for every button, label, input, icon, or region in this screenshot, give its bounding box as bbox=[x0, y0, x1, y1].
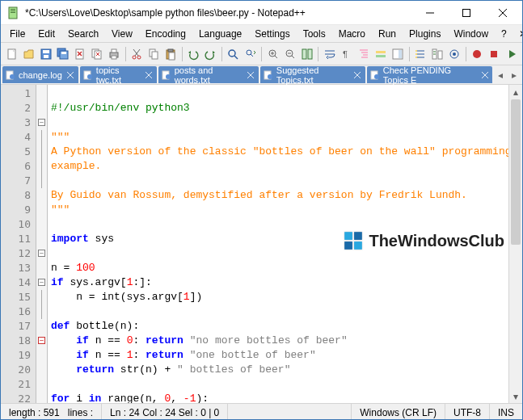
tab-close-icon[interactable] bbox=[145, 70, 154, 80]
status-ovr[interactable]: INS bbox=[490, 404, 522, 420]
line-number: 7 bbox=[2, 174, 31, 188]
toolbar-separator bbox=[318, 47, 318, 61]
fold-toggle[interactable]: − bbox=[38, 279, 45, 286]
minimize-button[interactable] bbox=[411, 1, 448, 24]
fold-toggle[interactable]: − bbox=[38, 337, 45, 344]
statusbar: length : 591 lines : Ln : 24 Col : 24 Se… bbox=[1, 403, 522, 420]
editor: 1 2 3 4 5 6 7 8 9 10 11 12 13 14 15 16 1… bbox=[1, 85, 522, 403]
fold-toggle[interactable]: − bbox=[38, 119, 45, 126]
cut-button[interactable] bbox=[129, 45, 145, 63]
line-number: 11 bbox=[2, 232, 31, 246]
svg-rect-32 bbox=[168, 49, 173, 52]
tab-suggested-topics[interactable]: Suggested Topics.txt bbox=[260, 66, 365, 83]
line-number: 19 bbox=[2, 348, 31, 363]
close-file-button[interactable] bbox=[72, 45, 87, 63]
scrollbar-thumb[interactable] bbox=[511, 99, 521, 245]
sync-scroll-button[interactable] bbox=[299, 45, 314, 63]
maximize-button[interactable] bbox=[448, 1, 484, 24]
toolbar-separator bbox=[409, 47, 410, 61]
tab-label: Suggested Topics.txt bbox=[276, 65, 350, 85]
menu-help[interactable]: ? bbox=[496, 27, 512, 41]
menu-edit[interactable]: Edit bbox=[32, 27, 61, 41]
menu-window[interactable]: Window bbox=[448, 27, 494, 41]
svg-rect-23 bbox=[112, 49, 116, 52]
svg-point-69 bbox=[453, 52, 456, 56]
tab-check-pending[interactable]: Check PENDING Topics E bbox=[367, 66, 492, 83]
menu-close-x[interactable]: ✕ bbox=[514, 27, 523, 41]
menu-language[interactable]: Language bbox=[193, 27, 247, 41]
open-file-button[interactable] bbox=[21, 45, 36, 63]
toolbar-separator bbox=[125, 47, 126, 61]
tab-posts-words[interactable]: posts and words.txt bbox=[158, 66, 259, 83]
indent-guide-button[interactable] bbox=[356, 45, 371, 63]
file-icon bbox=[83, 70, 93, 80]
line-number: 22 bbox=[2, 392, 31, 406]
zoom-in-button[interactable] bbox=[265, 45, 280, 63]
line-number: 5 bbox=[2, 145, 31, 159]
svg-rect-45 bbox=[302, 49, 306, 59]
find-button[interactable] bbox=[226, 45, 241, 63]
svg-point-73 bbox=[10, 74, 15, 79]
folder-workspace-button[interactable] bbox=[430, 45, 445, 63]
svg-text:¶: ¶ bbox=[343, 49, 348, 59]
new-file-button[interactable] bbox=[4, 45, 19, 63]
line-number: 1 bbox=[2, 86, 31, 101]
stop-macro-button[interactable] bbox=[487, 45, 502, 63]
tab-close-icon[interactable] bbox=[65, 70, 75, 80]
tab-scroll-left[interactable]: ◂ bbox=[494, 69, 507, 82]
record-macro-button[interactable] bbox=[470, 45, 485, 63]
svg-point-70 bbox=[473, 50, 481, 58]
toolbar-separator bbox=[182, 47, 183, 61]
copy-button[interactable] bbox=[146, 45, 162, 63]
paste-button[interactable] bbox=[163, 45, 179, 63]
zoom-out-button[interactable] bbox=[282, 45, 297, 63]
menu-run[interactable]: Run bbox=[373, 27, 402, 41]
menu-plugins[interactable]: Plugins bbox=[403, 27, 446, 41]
undo-button[interactable] bbox=[186, 45, 201, 63]
tab-close-icon[interactable] bbox=[247, 70, 255, 80]
vertical-scrollbar[interactable]: ▴ ▾ bbox=[508, 85, 522, 403]
svg-rect-2 bbox=[11, 10, 15, 11]
print-button[interactable] bbox=[107, 45, 122, 63]
tab-topics-twc[interactable]: topics twc.txt bbox=[80, 66, 157, 83]
udl-button[interactable] bbox=[373, 45, 388, 63]
doc-map-button[interactable] bbox=[390, 45, 406, 63]
tab-close-icon[interactable] bbox=[353, 70, 362, 80]
save-all-button[interactable] bbox=[55, 45, 70, 63]
menu-settings[interactable]: Settings bbox=[249, 27, 295, 41]
line-number: 6 bbox=[2, 159, 31, 174]
tab-scroll-right[interactable]: ▸ bbox=[508, 69, 521, 82]
svg-rect-19 bbox=[95, 51, 101, 59]
tab-change-log[interactable]: change.log bbox=[2, 66, 78, 83]
tab-close-icon[interactable] bbox=[480, 70, 489, 80]
show-all-chars-button[interactable]: ¶ bbox=[339, 45, 354, 63]
menu-encoding[interactable]: Encoding bbox=[140, 27, 192, 41]
redo-button[interactable] bbox=[203, 45, 218, 63]
svg-rect-3 bbox=[11, 12, 15, 13]
save-button[interactable] bbox=[38, 45, 53, 63]
menu-search[interactable]: Search bbox=[62, 27, 104, 41]
fold-column[interactable]: − − − − bbox=[36, 85, 48, 403]
play-macro-button[interactable] bbox=[504, 45, 519, 63]
menu-file[interactable]: File bbox=[4, 27, 31, 41]
menu-view[interactable]: View bbox=[106, 27, 138, 41]
close-button[interactable] bbox=[484, 1, 521, 24]
svg-point-34 bbox=[229, 50, 235, 57]
replace-button[interactable] bbox=[243, 45, 258, 63]
wordwrap-button[interactable] bbox=[322, 45, 337, 63]
code-area[interactable]: #!/usr/bin/env python3 """ A Python vers… bbox=[48, 85, 508, 403]
scroll-down-icon[interactable]: ▾ bbox=[509, 389, 522, 403]
menu-tools[interactable]: Tools bbox=[297, 27, 331, 41]
function-list-button[interactable] bbox=[413, 45, 428, 63]
svg-point-85 bbox=[268, 74, 272, 79]
monitoring-button[interactable] bbox=[447, 45, 462, 63]
close-all-button[interactable] bbox=[90, 45, 105, 63]
svg-point-81 bbox=[166, 74, 171, 79]
svg-rect-63 bbox=[415, 57, 417, 58]
status-encoding[interactable]: UTF-8 bbox=[445, 404, 490, 420]
menu-macro[interactable]: Macro bbox=[333, 27, 371, 41]
line-number: 14 bbox=[2, 275, 31, 290]
scroll-up-icon[interactable]: ▴ bbox=[509, 85, 522, 99]
fold-toggle[interactable]: − bbox=[38, 250, 45, 257]
status-eol[interactable]: Windows (CR LF) bbox=[352, 404, 445, 420]
